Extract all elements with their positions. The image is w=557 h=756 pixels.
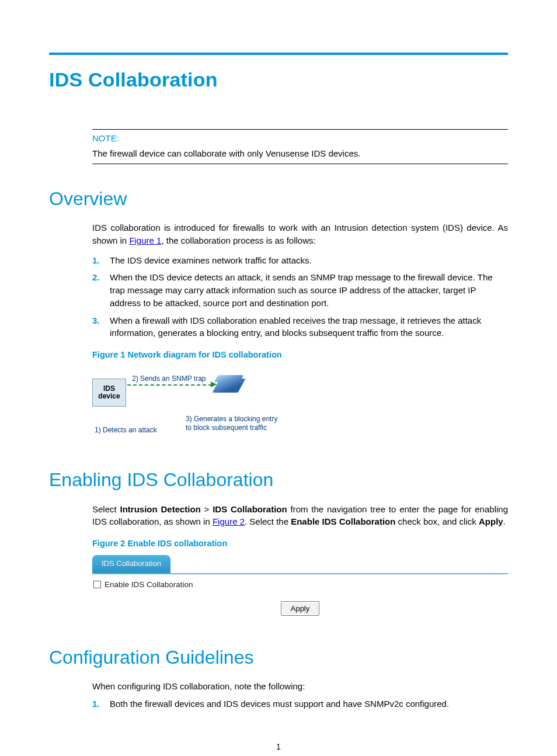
txt: . Select the	[245, 516, 291, 526]
figure-2-link[interactable]: Figure 2	[213, 516, 245, 526]
guidelines-heading: Configuration Guidelines	[49, 644, 508, 671]
enable-ids-checkbox-label: Enable IDS Collaboration	[105, 579, 193, 591]
page-number: 1	[49, 741, 508, 752]
overview-heading: Overview	[49, 185, 508, 212]
step-text: Both the firewall devices and IDS device…	[110, 698, 508, 710]
detect-attack-label: 1) Detects an attack	[95, 425, 157, 435]
figure-2-screenshot: IDS Collaboration Enable IDS Collaborati…	[92, 556, 508, 616]
overview-steps: 1.The IDS device examines network traffi…	[92, 254, 508, 340]
ids-device-box: IDS device	[92, 379, 126, 407]
step-number: 1.	[92, 698, 110, 710]
enable-paragraph: Select Intrusion Detection > IDS Collabo…	[92, 503, 508, 529]
guidelines-list: 1.Both the firewall devices and IDS devi…	[92, 698, 508, 710]
top-rule	[49, 53, 508, 55]
checkbox-row: Enable IDS Collaboration	[92, 574, 508, 593]
nav-step-1: Intrusion Detection	[120, 504, 201, 514]
txt: check box, and click	[395, 516, 479, 526]
step-number: 3.	[92, 314, 110, 340]
list-item: 2.When the IDS device detects an attack,…	[92, 271, 508, 309]
step-text: When the IDS device detects an attack, i…	[110, 271, 508, 309]
step-number: 2.	[92, 271, 110, 309]
figure-2-caption: Figure 2 Enable IDS collaboration	[92, 537, 508, 550]
enable-ids-checkbox[interactable]	[93, 581, 101, 588]
figure-1-diagram: IDS device 2) Sends an SNMP trap 1) Dete…	[92, 367, 508, 449]
nav-step-2: IDS Collaboration	[213, 504, 287, 514]
step-text: When a firewall with IDS collaboration e…	[110, 314, 508, 340]
note-label: NOTE:	[92, 132, 508, 145]
generate-block-label: 3) Generates a blocking entry to block s…	[186, 415, 285, 432]
figure-1-caption: Figure 1 Network diagram for IDS collabo…	[92, 349, 508, 361]
list-item: 3.When a firewall with IDS collaboration…	[92, 314, 508, 340]
guidelines-intro: When configuring IDS collaboration, note…	[92, 680, 508, 693]
enable-checkbox-name: Enable IDS Collaboration	[291, 516, 395, 526]
tab-ids-collaboration[interactable]: IDS Collaboration	[92, 555, 170, 573]
page-title: IDS Collaboration	[49, 65, 508, 94]
router-icon	[216, 375, 242, 396]
txt: .	[503, 516, 506, 526]
apply-row: Apply	[92, 593, 508, 616]
txt: >	[201, 504, 213, 514]
overview-intro-post: , the collaboration process is as follow…	[161, 235, 315, 245]
step-text: The IDS device examines network traffic …	[110, 254, 508, 267]
apply-button[interactable]: Apply	[281, 601, 320, 616]
overview-intro: IDS collaboration is introduced for fire…	[92, 221, 508, 247]
note-box: NOTE: The firewall device can collaborat…	[92, 129, 508, 164]
apply-name: Apply	[479, 516, 503, 526]
txt: Select	[92, 504, 120, 514]
enable-heading: Enabling IDS Collaboration	[49, 466, 508, 493]
step-number: 1.	[92, 254, 110, 267]
snmp-trap-label: 2) Sends an SNMP trap	[132, 374, 206, 384]
arrow-line	[127, 384, 212, 386]
figure-1-link[interactable]: Figure 1	[129, 235, 161, 245]
note-text: The firewall device can collaborate with…	[92, 147, 508, 160]
tab-row: IDS Collaboration	[92, 556, 508, 574]
list-item: 1.Both the firewall devices and IDS devi…	[92, 698, 508, 710]
list-item: 1.The IDS device examines network traffi…	[92, 254, 508, 267]
